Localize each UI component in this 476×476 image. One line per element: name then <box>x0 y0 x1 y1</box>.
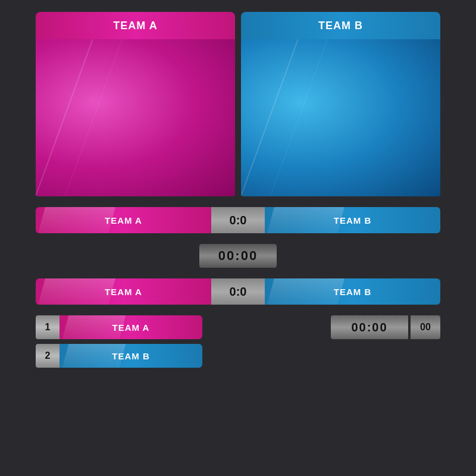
score2-team-b-label: TEAM B <box>334 287 372 297</box>
timer-display-1: 00:00 <box>199 244 277 268</box>
list-team-b-label: TEAM B <box>112 351 150 361</box>
score-team-a-button[interactable]: TEAM A <box>36 207 211 233</box>
panel-b-shine <box>241 39 440 196</box>
score2-team-b-button[interactable]: TEAM B <box>265 278 440 305</box>
panel-b-body <box>241 39 440 196</box>
panel-a-header: TEAM A <box>36 12 235 39</box>
timer-value-1: 00:00 <box>218 248 258 264</box>
panel-b-title: TEAM B <box>318 20 363 32</box>
team-list-right: 00:00 00 <box>331 315 440 339</box>
panel-a-shine <box>36 39 235 196</box>
list-row-1-num: 1 <box>36 315 60 339</box>
score-display-2: 0:0 <box>211 278 265 305</box>
list-team-a-label: TEAM A <box>112 322 150 333</box>
score-team-a-label: TEAM A <box>105 215 142 226</box>
panel-team-b: TEAM B <box>241 12 440 196</box>
list-team-b-button[interactable]: TEAM B <box>60 344 202 368</box>
list-team-a-button[interactable]: TEAM A <box>60 315 202 339</box>
timer-sub: 00 <box>411 315 440 339</box>
score-value-2: 0:0 <box>230 285 247 299</box>
panel-team-a: TEAM A <box>36 12 235 196</box>
score2-team-a-label: TEAM A <box>105 287 142 297</box>
right-timer: 00:00 00 <box>331 315 440 339</box>
timer-row-1: 00:00 <box>36 244 440 268</box>
score-value-1: 0:0 <box>230 214 247 227</box>
timer-main: 00:00 <box>331 315 408 339</box>
score-team-b-label: TEAM B <box>334 215 372 226</box>
score-row-1: TEAM A 0:0 TEAM B <box>36 207 440 233</box>
list-row-2: 2 TEAM B <box>36 344 319 368</box>
team-list-left: 1 TEAM A 2 TEAM B <box>36 315 319 368</box>
panel-a-body <box>36 39 235 196</box>
panel-a-title: TEAM A <box>113 20 157 32</box>
top-panels: TEAM A TEAM B <box>36 12 440 196</box>
score-team-b-button[interactable]: TEAM B <box>265 207 440 233</box>
list-row-2-num: 2 <box>36 344 60 368</box>
score-display-1: 0:0 <box>211 207 265 233</box>
score-row-2: TEAM A 0:0 TEAM B <box>36 278 440 305</box>
score2-team-a-button[interactable]: TEAM A <box>36 278 211 305</box>
team-list-section: 1 TEAM A 2 TEAM B 00:00 <box>36 315 440 368</box>
list-row-1: 1 TEAM A <box>36 315 319 339</box>
panel-b-header: TEAM B <box>241 12 440 39</box>
